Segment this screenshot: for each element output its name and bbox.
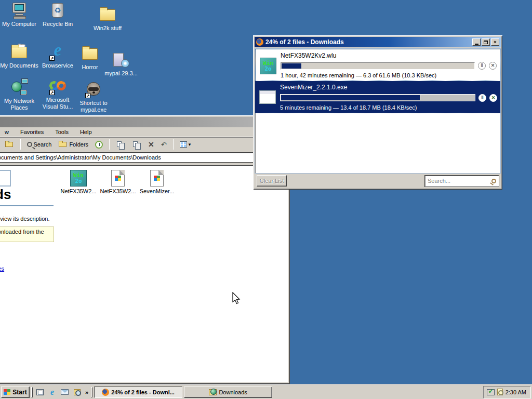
firefox-icon xyxy=(256,38,263,46)
downloads-window-title: 24% of 2 files - Downloads xyxy=(265,38,344,46)
up-folder-icon: ↑ xyxy=(5,140,14,149)
desktop-icon-label: Recycle Bin xyxy=(38,21,77,28)
webview-folder-title-fragment: ds xyxy=(0,187,11,203)
desktop-icon-label: My Network Places xyxy=(0,98,38,111)
webview-folder-icon xyxy=(0,170,11,187)
downloads-titlebar[interactable]: 24% of 2 files - Downloads × xyxy=(255,37,501,47)
menu-view-partial[interactable]: w xyxy=(5,129,9,135)
desktop-icon-my-network-places[interactable]: My Network Places xyxy=(0,78,38,111)
file-label: SevenMizer... xyxy=(138,188,176,194)
download-status: 1 hour, 42 minutes remaining — 6.3 of 61… xyxy=(281,72,497,78)
win2o-file-icon: Win2o xyxy=(70,170,87,187)
show-desktop-icon[interactable] xyxy=(34,387,45,397)
folder-icon xyxy=(81,45,99,62)
taskbar-handle[interactable] xyxy=(31,387,33,397)
task-button-label: Downloads xyxy=(219,389,247,395)
firefox-icon xyxy=(102,389,109,396)
folders-button-label: Folders xyxy=(69,141,88,148)
desktop-icon-shortcut-mypal[interactable]: ↗ Shortcut to mypal.exe xyxy=(74,81,113,113)
downloads-search-input[interactable]: Search... xyxy=(425,176,499,187)
clear-list-button[interactable]: Clear List xyxy=(257,175,287,187)
windows-flag-icon xyxy=(4,389,11,395)
desktop-icon-my-computer[interactable]: My Computer xyxy=(0,2,38,28)
pause-download-button[interactable]: ‖ xyxy=(478,62,486,70)
start-button[interactable]: Start xyxy=(1,387,30,398)
setup-file-icon xyxy=(111,170,125,187)
search-button-label: Search xyxy=(34,141,52,148)
search-icon xyxy=(27,142,32,147)
menu-favorites[interactable]: Favorites xyxy=(20,129,44,135)
quicklaunch-overflow-chevron[interactable]: » xyxy=(84,389,89,395)
my-documents-icon xyxy=(10,43,28,61)
folders-button[interactable]: Folders xyxy=(56,138,90,151)
cancel-download-button[interactable]: ✕ xyxy=(489,94,497,102)
webview-divider xyxy=(0,205,54,206)
file-netfx-wlu[interactable]: Win2o NetFX35W2... xyxy=(59,170,98,194)
download-item-sevenmizer[interactable]: SevenMizer_2.2.1.0.exe ‖ ✕ 5 minutes rem… xyxy=(255,81,500,113)
download-progress-bar xyxy=(281,62,475,70)
tray-network-icon[interactable] xyxy=(487,389,495,395)
webview-description-fragment: o view its description. xyxy=(0,216,57,222)
cancel-download-button[interactable]: ✕ xyxy=(489,62,497,70)
internet-explorer-icon: e↗ xyxy=(49,43,66,61)
desktop-icon-visual-studio[interactable]: ↗ Microsoft Visual Stu... xyxy=(38,77,77,110)
tray-viewer-icon[interactable] xyxy=(497,389,503,395)
installer-icon xyxy=(112,51,130,69)
views-dropdown-icon: ▾ xyxy=(189,142,191,147)
download-filename: NetFX35W2Kv2.wlu xyxy=(281,52,497,59)
taskbar-handle[interactable] xyxy=(91,387,92,397)
explorer-content: ds o view its description. wnloaded from… xyxy=(0,165,288,382)
address-input[interactable]: ocuments and Settings\Administrator\My D… xyxy=(0,153,287,162)
desktop-icon-recycle-bin[interactable]: ♻ Recycle Bin xyxy=(38,2,77,28)
desktop-icon-label: My Computer xyxy=(0,21,38,28)
file-sevenmizer[interactable]: SevenMizer... xyxy=(138,170,176,194)
download-progress-bar xyxy=(280,94,475,101)
address-text: ocuments and Settings\Administrator\My D… xyxy=(0,154,161,161)
explorer-address-bar: ocuments and Settings\Administrator\My D… xyxy=(0,152,288,163)
up-button[interactable]: ↑ xyxy=(3,138,16,151)
minimize-button[interactable] xyxy=(472,38,481,46)
file-label: NetFX35W2... xyxy=(99,188,137,194)
setup-file-icon xyxy=(150,170,164,187)
start-label: Start xyxy=(12,389,26,396)
explorer-window: w Favorites Tools Help ▾ ↑ Search Folder… xyxy=(0,115,290,384)
internet-explorer-quicklaunch-icon[interactable]: e xyxy=(47,387,58,397)
file-netfx-exe[interactable]: NetFX35W2... xyxy=(99,170,137,194)
download-item-netfx[interactable]: Win2o NetFX35W2Kv2.wlu ‖ ✕ 1 hour, 42 mi… xyxy=(255,49,500,81)
raccoon-icon: ↗ xyxy=(85,81,102,98)
desktop-icon-label: mypal-29.3... xyxy=(102,70,140,77)
mouse-cursor xyxy=(232,292,241,305)
copy-to-icon xyxy=(132,140,141,149)
taskbar-button-downloads-progress[interactable]: 24% of 2 files - Downl... xyxy=(94,387,182,398)
maximize-button[interactable] xyxy=(482,38,490,46)
undo-button[interactable]: ↶ xyxy=(159,138,169,151)
system-tray: 2:30 AM xyxy=(483,386,531,398)
desktop-icon-mypal-installer[interactable]: mypal-29.3... xyxy=(102,51,140,77)
download-filename: SevenMizer_2.2.1.0.exe xyxy=(280,84,497,91)
file-label: NetFX35W2... xyxy=(59,188,98,194)
taskbar-button-downloads-folder[interactable]: Downloads xyxy=(184,387,272,398)
pause-download-button[interactable]: ‖ xyxy=(478,94,486,102)
outlook-express-icon[interactable] xyxy=(59,387,70,397)
program-window-icon xyxy=(259,90,276,104)
search-icon xyxy=(491,179,496,183)
move-to-button[interactable] xyxy=(114,138,127,151)
folders-icon xyxy=(58,140,68,149)
search-quicklaunch-icon[interactable] xyxy=(72,387,83,397)
taskbar-clock: 2:30 AM xyxy=(506,389,526,395)
search-button[interactable]: Search xyxy=(25,138,54,151)
explorer-titlebar[interactable] xyxy=(0,117,288,127)
desktop-icon-win2k-stuff[interactable]: Win2k stuff xyxy=(88,6,127,32)
downloads-window: 24% of 2 files - Downloads × Win2o NetFX… xyxy=(253,35,502,190)
views-button[interactable]: ▾ xyxy=(178,138,193,151)
delete-button[interactable]: ✕ xyxy=(146,138,156,151)
taskbar: Start e » 24% of 2 files - Downl... Down… xyxy=(0,384,532,399)
copy-to-button[interactable] xyxy=(130,138,143,151)
history-button[interactable] xyxy=(93,138,105,151)
desktop-icon-my-documents[interactable]: My Documents xyxy=(0,43,38,69)
menu-tools[interactable]: Tools xyxy=(55,129,69,135)
close-button[interactable]: × xyxy=(491,38,499,46)
downloads-list: Win2o NetFX35W2Kv2.wlu ‖ ✕ 1 hour, 42 mi… xyxy=(255,48,501,174)
menu-help[interactable]: Help xyxy=(80,129,92,135)
webview-link-fragment[interactable]: ces xyxy=(0,265,4,272)
